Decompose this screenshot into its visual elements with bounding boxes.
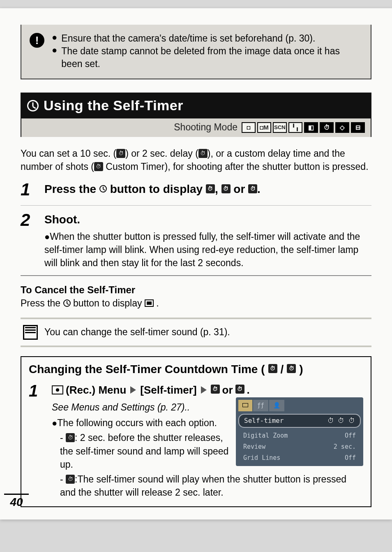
step-row-2: 2 Shoot. ●When the shutter button is pre… — [21, 206, 371, 276]
mode-manual-icon: ◘M — [257, 122, 271, 133]
menu-tab-mycamera: 👤 — [269, 400, 284, 411]
subsection-step-heading: (Rec.) Menu[Self-timer] ⏱ or ⏱. — [52, 383, 363, 397]
subsection-step: 1 (Rec.) Menu[Self-timer] ⏱ or ⏱. ƒƒ 👤 S… — [21, 380, 371, 507]
mode-stitch-icon: ╹╻ — [288, 122, 302, 133]
step-number: 1 — [29, 383, 45, 499]
step-2-body: When the shutter button is pressed fully… — [44, 231, 360, 268]
self-timer-icon — [27, 100, 39, 111]
hint-text: You can change the self-timer sound (p. … — [44, 325, 230, 338]
timer10-icon: ⏱ — [206, 184, 215, 193]
section-title: Using the Self-Timer — [44, 97, 183, 114]
nav-arrow-icon — [201, 386, 207, 394]
mode-sound-icon: ⊟ — [351, 122, 365, 133]
self-timer-button-icon — [63, 299, 71, 307]
menu-row: Digital ZoomOff — [238, 430, 361, 441]
timer10-icon: ⏱ — [268, 364, 277, 373]
mode-paint-icon: ◇ — [335, 122, 349, 133]
timer-custom-icon: ⏱ — [94, 162, 103, 171]
menu-tab-rec — [238, 400, 252, 411]
mode-scn-icon: SCN — [273, 122, 287, 133]
warning-text-2: The date stamp cannot be deleted from th… — [61, 45, 362, 70]
page-number: 40 — [4, 494, 29, 509]
self-timer-button-icon — [99, 185, 107, 193]
warning-bullets: ●Ensure that the camera's date/time is s… — [52, 32, 362, 70]
bullet-icon: ● — [52, 32, 57, 45]
manual-page: { "warning": { "b1": "Ensure that the ca… — [0, 8, 392, 520]
cancel-heading: To Cancel the Self-Timer — [21, 284, 371, 296]
step-number: 2 — [21, 211, 37, 270]
mode-auto-icon: ◘ — [242, 122, 256, 133]
mode-timer-icon: ⏱ — [320, 122, 334, 133]
shooting-mode-bar: Shooting Mode ◘ ◘M SCN ╹╻ ◧ ⏱ ◇ ⊟ — [21, 118, 371, 137]
bullet-icon: ● — [52, 45, 57, 70]
timer10-icon: ⏱ — [211, 385, 220, 394]
subsection-title: Changing the Self-Timer Countdown Time (… — [21, 357, 371, 380]
timer10-icon: ⏱ — [66, 433, 75, 442]
step-number: 1 — [21, 181, 37, 199]
timer2-icon: ⏱ — [235, 385, 244, 394]
warning-text-1: Ensure that the camera's date/time is se… — [61, 32, 315, 45]
single-shot-icon — [145, 299, 154, 307]
timer10-icon: ⏱ — [116, 149, 125, 158]
bullet-icon: ● — [52, 418, 57, 428]
timer-custom-icon: ⏱ — [248, 184, 257, 193]
intro-paragraph: You can set a 10 sec. (⏱) or 2 sec. dela… — [21, 147, 371, 173]
timer2-icon: ⏱ — [287, 364, 296, 373]
menu-row: Grid LinesOff — [238, 452, 361, 464]
menu-tab-setup: ƒƒ — [253, 400, 268, 411]
hint-row: You can change the self-timer sound (p. … — [21, 318, 371, 347]
menu-selected-row: Self-timer ⏱ ⏱ ⏱ — [238, 414, 361, 428]
step-1-heading: Press the button to display ⏱, ⏱ or ⏱. — [44, 181, 371, 197]
menu-row: Review2 sec. — [238, 441, 361, 452]
step-2-heading: Shoot. — [44, 211, 371, 227]
rec-menu-icon — [52, 385, 63, 394]
timer2-icon: ⏱ — [66, 475, 75, 484]
menu-self-timer-icons: ⏱ ⏱ ⏱ — [327, 416, 355, 425]
mode-movie-icon: ◧ — [304, 122, 318, 133]
bullet-icon: ● — [44, 232, 50, 242]
section-heading: Using the Self-Timer — [21, 93, 371, 118]
step-row-1: 1 Press the button to display ⏱, ⏱ or ⏱. — [21, 175, 371, 206]
note-icon — [23, 325, 38, 340]
subsection-box: Changing the Self-Timer Countdown Time (… — [21, 356, 371, 508]
nav-arrow-icon — [130, 386, 136, 394]
camera-menu-screenshot: ƒƒ 👤 Self-timer ⏱ ⏱ ⏱ Digital ZoomOff Re… — [236, 397, 363, 466]
warning-box: ! ●Ensure that the camera's date/time is… — [21, 25, 371, 79]
mode-icon-row: ◘ ◘M SCN ╹╻ ◧ ⏱ ◇ ⊟ — [242, 122, 365, 133]
timer2-icon: ⏱ — [198, 149, 208, 158]
exclamation-icon: ! — [30, 33, 44, 48]
shooting-mode-label: Shooting Mode — [174, 122, 238, 133]
timer2-icon: ⏱ — [221, 184, 231, 193]
cancel-text: Press the button to display . — [21, 296, 371, 317]
